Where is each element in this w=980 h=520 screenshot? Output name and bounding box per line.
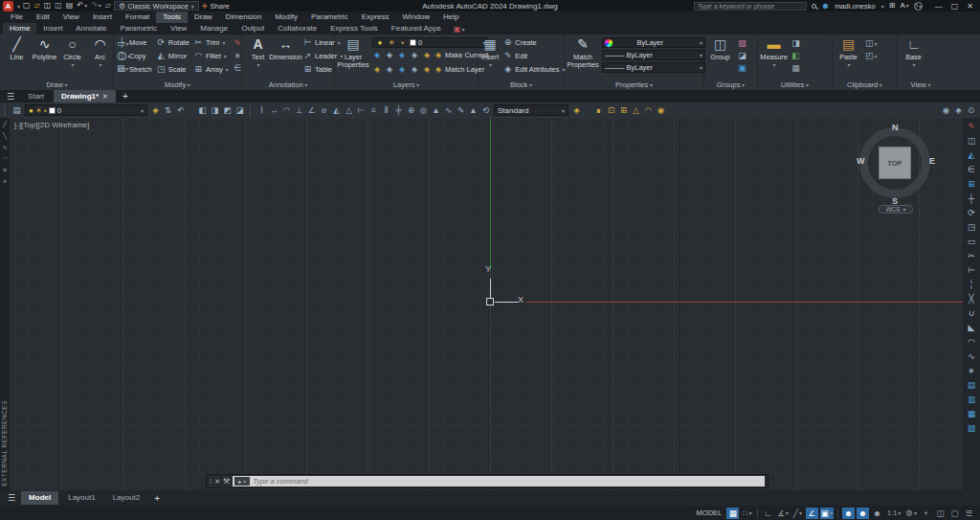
group-edit-button[interactable]: ◪: [737, 50, 747, 61]
continue-icon[interactable]: ≡: [368, 103, 380, 117]
ucs-origin-icon[interactable]: [486, 298, 494, 305]
polyline-button[interactable]: ∿ Polyline: [32, 35, 57, 68]
break-icon[interactable]: ╳: [965, 292, 978, 305]
object-snap-icon[interactable]: ▣: [820, 508, 834, 519]
center-mark-icon[interactable]: ◎: [417, 103, 430, 117]
modify-panel-label[interactable]: Modify: [117, 79, 238, 90]
fillet-button[interactable]: ◠Fillet: [193, 49, 229, 62]
properties-panel-label[interactable]: Properties: [568, 79, 701, 90]
utilities-panel-label[interactable]: Utilities: [761, 79, 829, 90]
rotate-icon[interactable]: ⟳: [965, 206, 978, 219]
share-button[interactable]: ✈ Share: [202, 2, 230, 11]
circle-button[interactable]: ○ Circle: [59, 35, 85, 68]
menu-item[interactable]: Help: [436, 11, 465, 23]
join-icon[interactable]: ∪: [965, 306, 978, 320]
layer-tool-icon[interactable]: ◈: [385, 51, 394, 59]
viewcube-north[interactable]: N: [892, 123, 899, 132]
pan-icon[interactable]: ◈: [952, 103, 965, 117]
layer-lock-icon[interactable]: ▪: [398, 38, 408, 47]
layer-tool-icon[interactable]: ◈: [397, 65, 407, 74]
stretch-button[interactable]: ▭Stretch: [117, 62, 152, 76]
layer-group-icon[interactable]: ◪: [234, 103, 246, 117]
paste-button[interactable]: ▤ Paste: [835, 35, 861, 68]
chamfer-icon[interactable]: ◣: [965, 321, 978, 334]
copy-button[interactable]: ◫Copy: [117, 49, 152, 62]
edit-attributes-button[interactable]: ◈Edit Attributes: [502, 62, 565, 76]
layer-on-icon[interactable]: ●: [375, 38, 385, 47]
tab-close-icon[interactable]: ✕: [102, 90, 108, 102]
workspace-switching-icon[interactable]: ⚙: [904, 508, 918, 519]
erase-icon[interactable]: ✎: [965, 120, 978, 133]
point-tool-icon[interactable]: ¤: [3, 178, 7, 185]
layer-combo[interactable]: ●☀▪ 0: [372, 37, 488, 48]
stretch-icon[interactable]: ▭: [965, 235, 978, 248]
ordinate-icon[interactable]: ⊥: [293, 103, 305, 117]
extend-icon[interactable]: ⊢: [965, 263, 978, 277]
text-edit-icon[interactable]: ▲: [467, 103, 479, 117]
help-icon[interactable]: ?: [914, 2, 923, 11]
external-references-palette-tab[interactable]: EXTERNAL REFERENCES: [1, 400, 8, 486]
menu-item[interactable]: File: [4, 11, 30, 23]
snap-mode-icon[interactable]: ∷: [741, 508, 753, 519]
annotation-scale-chip[interactable]: 1:1: [885, 509, 902, 517]
layout-tab[interactable]: Layout2: [105, 491, 147, 505]
fillet-icon[interactable]: ◠: [965, 335, 978, 349]
autoscale-icon[interactable]: ☻: [857, 508, 869, 519]
line-tool-icon[interactable]: ╱: [3, 121, 7, 128]
menu-item[interactable]: Dimension: [219, 11, 269, 23]
move-button[interactable]: ┼Move: [117, 35, 152, 49]
model-space-label[interactable]: MODEL: [697, 509, 723, 517]
search-icon[interactable]: [812, 4, 816, 9]
angular-icon[interactable]: ∠: [305, 103, 318, 117]
property-combo[interactable]: ——— ByLayer: [602, 50, 705, 60]
ribbon-tab[interactable]: Featured Apps: [385, 23, 448, 34]
layer-group-icon[interactable]: ◨: [209, 103, 221, 117]
menu-item[interactable]: Express: [355, 11, 396, 23]
wcs-dropdown[interactable]: WCS: [879, 205, 913, 214]
break-at-point-icon[interactable]: ╎: [965, 278, 978, 291]
linear-dimension-icon[interactable]: Ⅰ: [256, 103, 268, 117]
file-tabs-menu-icon[interactable]: ☰: [3, 92, 18, 102]
command-line[interactable]: ⁞ ✕ ⚒ ▸ Type a command: [206, 474, 768, 488]
annotation-visibility-icon[interactable]: ☻: [842, 508, 855, 519]
layer-freeze-icon[interactable]: ☀: [387, 38, 396, 47]
block-panel-label[interactable]: Block: [481, 79, 561, 90]
customization-menu-icon[interactable]: ☰: [963, 508, 975, 519]
layout-tab[interactable]: Layout1: [60, 491, 102, 505]
spline-icon[interactable]: ∿: [2, 144, 7, 151]
ribbon-tab[interactable]: Collaborate: [271, 23, 323, 34]
ribbon-tab[interactable]: Annotate: [69, 23, 113, 34]
copy-icon[interactable]: ◫: [965, 134, 978, 147]
layer-tool-icon[interactable]: ◈: [422, 65, 432, 74]
menu-item[interactable]: Tools: [156, 11, 188, 23]
layer-tool-icon[interactable]: ◈: [397, 51, 407, 59]
toolbar-grip[interactable]: [250, 105, 252, 116]
layout-tab[interactable]: Model: [21, 491, 58, 505]
mirror-icon[interactable]: ◭: [965, 148, 978, 162]
tolerance-icon[interactable]: ⊕: [405, 103, 417, 117]
layer-states-icon[interactable]: ↶: [174, 103, 187, 117]
array-icon[interactable]: ⊞: [965, 177, 978, 191]
restore-button[interactable]: ▢: [951, 2, 959, 11]
combo-caret-icon[interactable]: [561, 106, 565, 115]
blend-icon[interactable]: ∿: [965, 350, 978, 363]
arc-button[interactable]: ◠ Arc: [87, 35, 113, 68]
isolate-objects-icon[interactable]: ◫: [934, 508, 947, 519]
tab-drawing1[interactable]: Drawing1* ✕: [54, 90, 116, 102]
quick-dimension-icon[interactable]: △: [343, 103, 355, 117]
command-input[interactable]: ▸ Type a command: [233, 476, 765, 486]
property-combo[interactable]: ——— ByLayer: [602, 62, 705, 73]
constraint-icon[interactable]: ◠: [642, 103, 655, 117]
ribbon-tab[interactable]: Insert: [36, 23, 69, 34]
constraint-icon[interactable]: ◉: [655, 103, 667, 117]
menu-item[interactable]: Modify: [268, 11, 304, 23]
groups-panel-label[interactable]: Groups: [707, 79, 754, 90]
layer-group-icon[interactable]: ◩: [221, 103, 234, 117]
open-folder-icon[interactable]: ▱: [34, 1, 40, 11]
app-store-icon[interactable]: ⊞: [889, 1, 896, 11]
search-input[interactable]: Type a keyword or phrase: [694, 2, 807, 11]
dimension-edit-icon[interactable]: ✎: [455, 103, 467, 117]
app-logo-icon[interactable]: A: [3, 1, 13, 11]
viewcube-east[interactable]: E: [929, 156, 935, 166]
command-line-grip[interactable]: ⁞: [210, 477, 212, 486]
